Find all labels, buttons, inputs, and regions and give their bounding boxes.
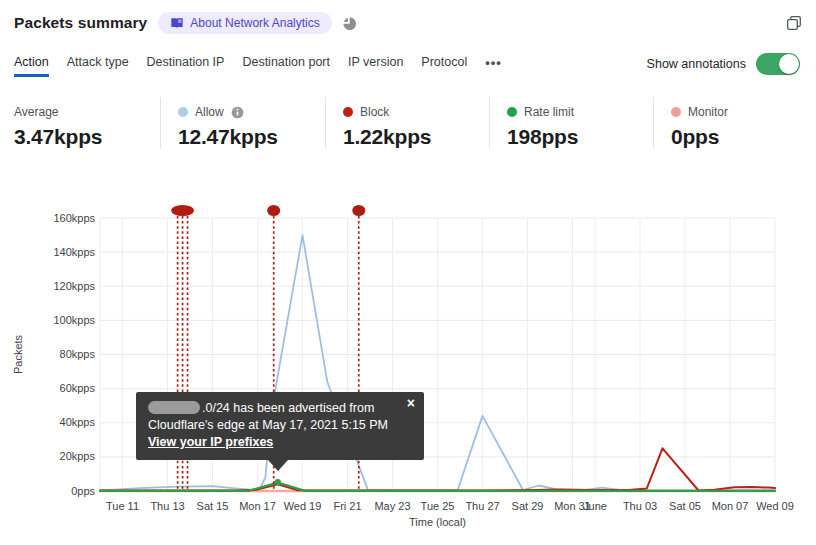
y-tick-label: 140kpps [53,246,95,258]
stat-block: Block1.22kpps [325,97,489,149]
x-tick-label: Thu 27 [465,500,499,512]
stat-value: 0pps [671,125,816,149]
legend-dot [178,107,188,117]
y-tick-label: 20kpps [60,450,96,462]
copy-icon[interactable] [786,15,802,31]
packets-chart: 160kpps140kpps120kpps100kpps80kpps60kpps… [0,0,816,545]
tab-protocol[interactable]: Protocol [421,55,467,77]
tooltip-caret [268,460,288,471]
x-tick-label: Thu 13 [150,500,184,512]
stat-monitor: Monitor0pps [653,97,816,149]
stat-rate-limit: Rate limit198pps [489,97,653,149]
tooltip-line-2: Cloudflare's edge at May 17, 2021 5:15 P… [148,417,400,434]
header: Packets summary About Network Analytics [14,10,802,36]
legend-dot [507,107,517,117]
page-title: Packets summary [14,14,147,32]
y-tick-label: 40kpps [60,416,96,428]
x-tick-label: Mon 07 [712,500,749,512]
stat-average: Average3.47kpps [0,97,160,149]
x-tick-label: May 23 [374,500,410,512]
y-tick-label: 100kpps [53,314,95,326]
y-tick-label: 160kpps [53,212,95,224]
tabs: ActionAttack typeDestination IPDestinati… [14,55,467,77]
y-tick-label: 60kpps [60,382,96,394]
legend-dot [671,107,681,117]
x-tick-label: Sat 05 [669,500,701,512]
tab-action[interactable]: Action [14,55,49,77]
y-axis-title: Packets [12,334,24,374]
x-tick-label: Fri 21 [333,500,361,512]
stat-allow: Allow12.47kpps [160,97,325,149]
view-ip-prefixes-link[interactable]: View your IP prefixes [148,435,273,449]
x-tick-label: Tue 11 [106,500,139,512]
stat-value: 3.47kpps [14,125,160,149]
stat-value: 198pps [507,125,653,149]
stat-label: Block [360,105,389,119]
y-tick-label: 120kpps [53,280,95,292]
toggle-knob [779,54,799,74]
y-tick-label: 80kpps [60,348,96,360]
redacted-ip-prefix [148,401,200,414]
tabs-row: ActionAttack typeDestination IPDestinati… [14,53,800,79]
pie-chart-icon [341,15,358,32]
tab-attack-type[interactable]: Attack type [67,55,129,77]
more-tabs-button[interactable]: ••• [485,55,502,78]
rate-limit-marker [275,479,281,485]
book-icon [170,16,184,30]
annotation-dot[interactable] [171,205,194,216]
x-tick-label: June [583,500,607,512]
stat-label: Rate limit [524,105,574,119]
tab-destination-ip[interactable]: Destination IP [147,55,225,77]
x-tick-label: Wed 09 [756,500,794,512]
badge-label: About Network Analytics [190,16,319,30]
annotation-dot[interactable] [352,205,365,216]
about-network-analytics-badge[interactable]: About Network Analytics [158,12,331,34]
x-tick-label: Sat 15 [197,500,229,512]
stat-value: 1.22kpps [343,125,489,149]
x-axis-title: Time (local) [409,516,466,528]
legend-dot [343,107,353,117]
annotation-dot[interactable] [267,205,280,216]
tooltip-line-1: .0/24 has been advertised from [148,400,400,417]
show-annotations-toggle[interactable] [756,53,800,75]
stats-row: Average3.47kppsAllow12.47kppsBlock1.22kp… [0,97,816,149]
x-tick-label: Tue 25 [421,500,455,512]
show-annotations-control: Show annotations [647,53,800,79]
tab-ip-version[interactable]: IP version [348,55,403,77]
x-tick-label: Thu 03 [623,500,657,512]
stat-label: Allow [195,105,224,119]
show-annotations-label: Show annotations [647,57,746,71]
stat-label: Monitor [688,105,728,119]
y-tick-label: 0pps [71,485,95,497]
annotation-tooltip: × .0/24 has been advertised from Cloudfl… [136,392,424,460]
x-tick-label: Sat 29 [512,500,544,512]
tab-destination-port[interactable]: Destination port [242,55,330,77]
close-icon[interactable]: × [407,396,415,410]
info-icon[interactable] [231,106,244,119]
x-tick-label: Wed 19 [284,500,322,512]
stat-value: 12.47kpps [178,125,325,149]
network-analytics-page: { "header": { "title": "Packets summary"… [0,0,816,545]
x-tick-label: Mon 17 [239,500,276,512]
stat-label: Average [14,105,58,119]
